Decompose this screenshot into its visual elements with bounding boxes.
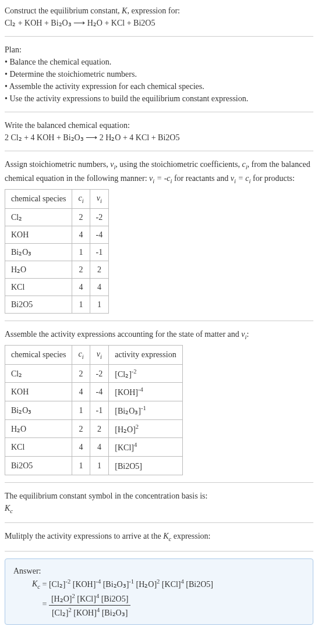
cell-c: 4	[72, 278, 90, 296]
c-symbol: ci	[242, 160, 247, 169]
cell-activity: [Bi2O5]	[109, 457, 182, 475]
kc-symbol: Kc	[5, 502, 313, 516]
activity-exp: -1	[141, 405, 146, 411]
kc-symbol-2: Kc	[163, 532, 171, 540]
cell-species: KOH	[5, 226, 72, 243]
den-term-3: [Bi₂O₃]	[100, 608, 128, 617]
cell-c: 1	[72, 243, 90, 261]
kc-line1: The equilibrium constant symbol in the c…	[5, 490, 313, 502]
stoich-intro: Assign stoichiometric numbers, νi, using…	[5, 158, 313, 186]
den-term-1: [Cl₂]	[52, 608, 69, 617]
activity-exp: -2	[132, 368, 137, 375]
cell-species: KOH	[5, 383, 72, 401]
equals-1: =	[40, 579, 49, 588]
answer-label: Answer:	[13, 565, 305, 577]
num-term-1: [H₂O]	[51, 595, 72, 603]
header-nui: νi	[90, 346, 109, 365]
header-ci: ci	[72, 346, 90, 365]
cell-species: H₂O	[5, 261, 72, 278]
cell-species: Cl₂	[5, 364, 72, 383]
exp-1: -2	[65, 578, 70, 585]
cell-c: 2	[72, 208, 90, 226]
term-5: [KCl]	[160, 579, 181, 588]
table-row: Cl₂2-2	[5, 208, 109, 226]
denominator: [Cl₂]2 [KOH]4 [Bi₂O₃]	[49, 606, 130, 619]
cell-c: 4	[72, 438, 90, 457]
cell-activity: [Bi₂O₃]-1	[109, 401, 182, 420]
cell-v: -4	[90, 226, 109, 243]
activity-title-text: Assemble the activity expressions accoun…	[5, 330, 241, 339]
section-activity: Assemble the activity expressions accoun…	[5, 328, 313, 483]
numerator: [H₂O]2 [KCl]4 [Bi2O5]	[49, 592, 130, 606]
unbalanced-equation: Cl₂ + KOH + Bi₂O₃ ⟶ H₂O + KCl + Bi2O5	[5, 19, 155, 27]
table-row: Bi2O511[Bi2O5]	[5, 457, 183, 475]
activity-base: [Cl₂]	[115, 369, 132, 378]
cell-species: Bi2O5	[5, 296, 72, 313]
fraction: [H₂O]2 [KCl]4 [Bi2O5] [Cl₂]2 [KOH]4 [Bi₂…	[49, 592, 130, 618]
cell-c: 2	[72, 419, 90, 438]
table-row: H₂O22	[5, 261, 109, 278]
cell-c: 1	[72, 296, 90, 313]
activity-title: Assemble the activity expressions accoun…	[5, 328, 313, 342]
den-term-2: [KOH]	[72, 608, 97, 617]
activity-exp: -4	[138, 386, 143, 393]
cell-c: 1	[72, 457, 90, 475]
plan-bullet-2: • Determine the stoichiometric numbers.	[5, 68, 313, 80]
term-1: [Cl₂]	[49, 579, 66, 588]
stoich-text-1: Assign stoichiometric numbers,	[5, 160, 110, 169]
kc-symbol-3: Kc	[32, 579, 40, 588]
section-prompt: Construct the equilibrium constant, K, e…	[5, 5, 313, 37]
multiply-text-2: expression:	[171, 532, 210, 540]
plan-bullet-4: • Use the activity expressions to build …	[5, 92, 313, 105]
table-row: Bi₂O₃1-1	[5, 243, 109, 261]
stoich-table: chemical species ci νi Cl₂2-2 KOH4-4 Bi₂…	[5, 189, 109, 314]
plan-bullet-1: • Balance the chemical equation.	[5, 56, 313, 68]
cell-v: -1	[90, 243, 109, 261]
table-row: KOH4-4[KOH]-4	[5, 383, 183, 401]
term-3: [Bi₂O₃]	[101, 579, 129, 588]
cell-species: Bi2O5	[5, 457, 72, 475]
answer-expression: Kc = [Cl₂]-2 [KOH]-4 [Bi₂O₃]-1 [H₂O]2 [K…	[13, 577, 305, 619]
table-row: H₂O22[H₂O]2	[5, 419, 183, 438]
stoich-text-2: , using the stoichiometric coefficients,	[115, 160, 242, 169]
cell-c: 4	[72, 383, 90, 401]
cell-c: 4	[72, 226, 90, 243]
plan-title: Plan:	[5, 44, 313, 56]
cell-activity: [KOH]-4	[109, 383, 182, 401]
activity-table: chemical species ci νi activity expressi…	[5, 345, 183, 475]
term-4: [H₂O]	[134, 579, 157, 588]
prompt-text-1: Construct the equilibrium constant,	[5, 6, 122, 15]
table-row: KCl44	[5, 278, 109, 296]
cell-species: Cl₂	[5, 208, 72, 226]
cell-activity: [Cl₂]-2	[109, 364, 182, 383]
stoich-text-4: for reactants and	[172, 174, 230, 183]
equals-2: =	[43, 600, 49, 609]
activity-exp: 2	[136, 424, 139, 430]
cell-c: 1	[72, 401, 90, 420]
exp-2: -4	[96, 578, 101, 585]
cell-activity: [H₂O]2	[109, 419, 182, 438]
activity-base: [KCl]	[115, 443, 134, 452]
balanced-title: Write the balanced chemical equation:	[5, 119, 313, 131]
header-activity: activity expression	[109, 346, 182, 365]
cell-activity: [KCl]4	[109, 438, 182, 457]
cell-v: 2	[90, 419, 109, 438]
cell-v: 2	[90, 261, 109, 278]
plan-bullet-3: • Assemble the activity expression for e…	[5, 80, 313, 92]
balanced-equation: 2 Cl₂ + 4 KOH + Bi₂O₃ ⟶ 2 H₂O + 4 KCl + …	[5, 131, 313, 144]
activity-exp: 4	[134, 442, 137, 448]
cell-v: 1	[90, 457, 109, 475]
cell-c: 2	[72, 364, 90, 383]
section-stoich: Assign stoichiometric numbers, νi, using…	[5, 158, 313, 321]
header-nui: νi	[90, 190, 109, 209]
table-header-row: chemical species ci νi activity expressi…	[5, 346, 183, 365]
cell-v: 4	[90, 278, 109, 296]
activity-base: [Bi2O5]	[115, 462, 142, 471]
activity-base: [Bi₂O₃]	[115, 407, 141, 415]
section-multiply: Mulitply the activity expressions to arr…	[5, 530, 313, 552]
table-row: KCl44[KCl]4	[5, 438, 183, 457]
answer-box: Answer: Kc = [Cl₂]-2 [KOH]-4 [Bi₂O₃]-1 […	[5, 558, 313, 625]
num-term-3: [Bi2O5]	[99, 595, 128, 603]
cell-v: 4	[90, 438, 109, 457]
cell-v: -4	[90, 383, 109, 401]
